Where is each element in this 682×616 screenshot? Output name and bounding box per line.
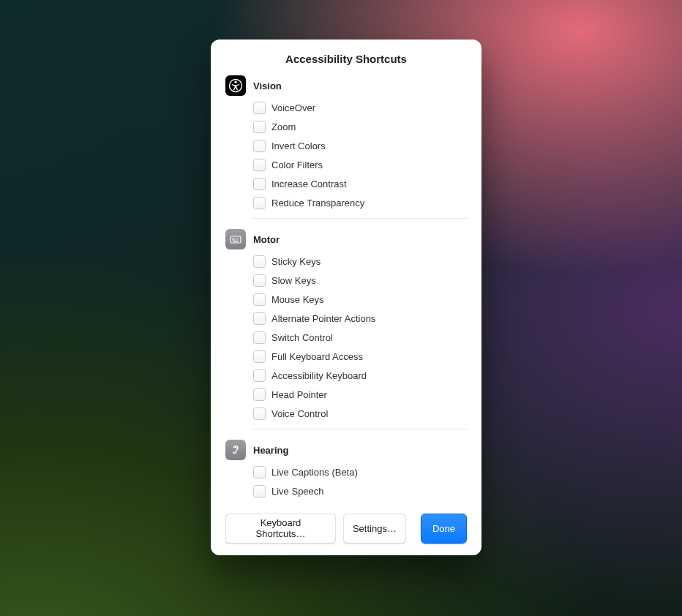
checkbox[interactable]	[253, 140, 266, 152]
divider	[253, 429, 467, 429]
option-live-captions[interactable]: Live Captions (Beta)	[253, 466, 467, 478]
option-sticky-keys[interactable]: Sticky Keys	[253, 255, 467, 268]
svg-rect-10	[238, 239, 239, 240]
option-color-filters[interactable]: Color Filters	[253, 159, 467, 171]
checkbox[interactable]	[253, 369, 266, 382]
svg-rect-4	[234, 238, 235, 238]
option-label: Color Filters	[271, 159, 323, 170]
option-voice-control[interactable]: Voice Control	[253, 407, 467, 420]
ear-icon	[225, 440, 246, 460]
checkbox[interactable]	[253, 485, 266, 497]
svg-rect-7	[232, 239, 233, 240]
checkbox[interactable]	[253, 102, 266, 114]
checkbox[interactable]	[253, 331, 266, 344]
option-head-pointer[interactable]: Head Pointer	[253, 388, 467, 401]
svg-rect-9	[236, 239, 236, 240]
option-voiceover[interactable]: VoiceOver	[253, 102, 467, 114]
section-options-hearing: Live Captions (Beta) Live Speech	[225, 466, 467, 497]
checkbox[interactable]	[253, 350, 266, 363]
option-label: Invert Colors	[271, 140, 326, 151]
section-hearing: Hearing Live Captions (Beta) Live Speech	[225, 440, 467, 497]
option-switch-control[interactable]: Switch Control	[253, 331, 467, 344]
option-label: Switch Control	[271, 332, 333, 343]
option-accessibility-keyboard[interactable]: Accessibility Keyboard	[253, 369, 467, 382]
checkbox[interactable]	[253, 407, 266, 420]
svg-rect-6	[238, 238, 239, 238]
option-label: Alternate Pointer Actions	[271, 313, 375, 324]
option-reduce-transparency[interactable]: Reduce Transparency	[253, 197, 467, 209]
done-button[interactable]: Done	[421, 514, 467, 544]
option-zoom[interactable]: Zoom	[253, 121, 467, 133]
svg-rect-11	[233, 241, 239, 242]
option-label: Increase Contrast	[271, 179, 347, 189]
checkbox[interactable]	[253, 293, 266, 306]
dialog-title: Accessibility Shortcuts	[225, 53, 467, 65]
option-label: Voice Control	[271, 408, 328, 419]
checkbox[interactable]	[253, 255, 266, 268]
checkbox[interactable]	[253, 466, 266, 478]
option-label: Head Pointer	[271, 389, 327, 400]
option-label: Accessibility Keyboard	[271, 370, 367, 381]
dialog-footer: Keyboard Shortcuts… Settings… Done	[225, 514, 467, 544]
section-motor: Motor Sticky Keys Slow Keys Mouse Keys A…	[225, 229, 467, 420]
svg-rect-8	[234, 239, 235, 240]
accessibility-icon	[225, 75, 246, 96]
option-label: Mouse Keys	[271, 294, 324, 305]
option-invert-colors[interactable]: Invert Colors	[253, 140, 467, 152]
accessibility-shortcuts-dialog: Accessibility Shortcuts Vision VoiceOver…	[211, 40, 481, 555]
section-header-hearing: Hearing	[225, 440, 467, 460]
section-options-vision: VoiceOver Zoom Invert Colors Color Filte…	[225, 102, 467, 209]
option-full-keyboard-access[interactable]: Full Keyboard Access	[253, 350, 467, 363]
checkbox[interactable]	[253, 178, 266, 190]
section-header-vision: Vision	[225, 75, 467, 96]
option-live-speech[interactable]: Live Speech	[253, 485, 467, 497]
option-slow-keys[interactable]: Slow Keys	[253, 274, 467, 287]
option-increase-contrast[interactable]: Increase Contrast	[253, 178, 467, 190]
checkbox[interactable]	[253, 312, 266, 325]
option-label: VoiceOver	[271, 102, 315, 113]
section-title: Motor	[253, 234, 280, 245]
section-header-motor: Motor	[225, 229, 467, 249]
option-label: Zoom	[271, 121, 296, 132]
option-label: Live Captions (Beta)	[271, 467, 358, 478]
section-vision: Vision VoiceOver Zoom Invert Colors Colo…	[225, 75, 467, 209]
section-title: Vision	[253, 80, 282, 91]
settings-button[interactable]: Settings…	[343, 514, 406, 544]
section-title: Hearing	[253, 445, 288, 456]
option-label: Full Keyboard Access	[271, 351, 363, 362]
keyboard-shortcuts-button[interactable]: Keyboard Shortcuts…	[225, 514, 336, 544]
keyboard-icon	[225, 229, 246, 249]
svg-rect-5	[236, 238, 236, 238]
checkbox[interactable]	[253, 274, 266, 287]
checkbox[interactable]	[253, 388, 266, 401]
option-label: Slow Keys	[271, 275, 316, 286]
checkbox[interactable]	[253, 121, 266, 133]
option-label: Live Speech	[271, 486, 324, 497]
checkbox[interactable]	[253, 197, 266, 209]
svg-point-1	[234, 81, 236, 83]
option-alternate-pointer-actions[interactable]: Alternate Pointer Actions	[253, 312, 467, 325]
option-label: Sticky Keys	[271, 256, 321, 267]
checkbox[interactable]	[253, 159, 266, 171]
option-mouse-keys[interactable]: Mouse Keys	[253, 293, 467, 306]
svg-rect-3	[232, 238, 233, 238]
section-options-motor: Sticky Keys Slow Keys Mouse Keys Alterna…	[225, 255, 467, 420]
divider	[253, 218, 467, 219]
option-label: Reduce Transparency	[271, 198, 364, 209]
